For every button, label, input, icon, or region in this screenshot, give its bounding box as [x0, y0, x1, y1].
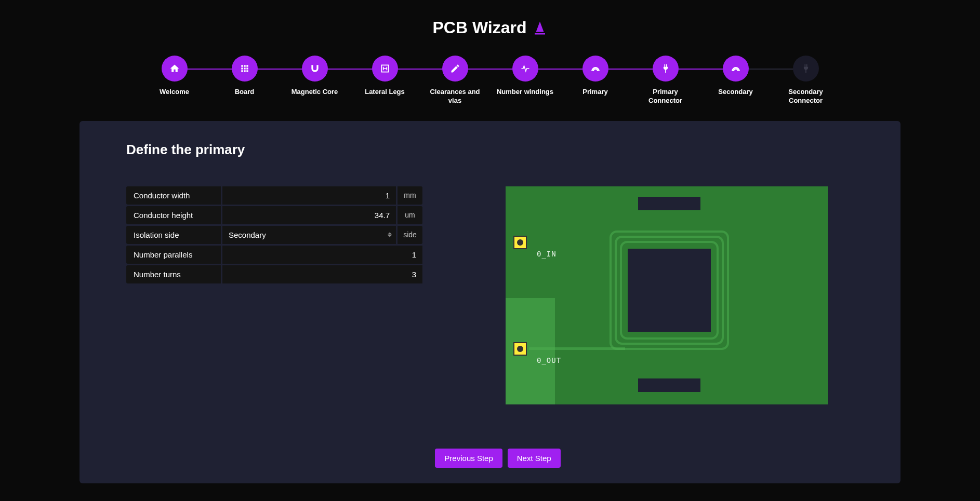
- step-circle[interactable]: [582, 56, 608, 82]
- title-text: PCB Wizard: [432, 18, 526, 37]
- step-label: Primary Connector: [637, 88, 694, 105]
- step-label: Primary: [582, 88, 607, 97]
- input-number-parallels[interactable]: [222, 246, 422, 264]
- input-number-turns[interactable]: [222, 265, 422, 283]
- row-conductor-width: Conductor width mm: [126, 186, 422, 205]
- step-circle[interactable]: [302, 56, 328, 82]
- pcb-pad-bottom: [638, 378, 700, 392]
- plug-icon: [801, 63, 811, 74]
- input-conductor-height[interactable]: [222, 206, 396, 224]
- page-title: PCB Wizard: [432, 18, 547, 37]
- wizard-hat-icon: [532, 20, 548, 36]
- step-label: Welcome: [160, 88, 189, 97]
- pcb-core-hole: [628, 249, 711, 332]
- home-icon: [169, 63, 180, 74]
- form-table: Conductor width mm Conductor height um I…: [126, 186, 422, 285]
- h-square-icon: [380, 63, 390, 74]
- step-circle[interactable]: [442, 56, 468, 82]
- arc-icon: [731, 63, 741, 74]
- step-circle[interactable]: [232, 56, 258, 82]
- unit-conductor-height: um: [398, 206, 422, 224]
- step-welcome[interactable]: Welcome: [139, 56, 209, 97]
- step-secondary[interactable]: Secondary: [700, 56, 771, 97]
- arc-icon: [590, 63, 601, 74]
- row-conductor-height: Conductor height um: [126, 206, 422, 224]
- row-number-parallels: Number parallels: [126, 246, 422, 264]
- step-circle[interactable]: [723, 56, 749, 82]
- label-number-turns: Number turns: [126, 265, 221, 283]
- select-isolation-side[interactable]: Secondary: [222, 226, 396, 244]
- step-circle[interactable]: [162, 56, 188, 82]
- step-primary[interactable]: Primary: [560, 56, 630, 97]
- step-label: Magnetic Core: [292, 88, 338, 97]
- wizard-stepper: WelcomeBoardMagnetic CoreLateral LegsCle…: [126, 56, 854, 105]
- step-primary-connector[interactable]: Primary Connector: [630, 56, 700, 105]
- step-label: Lateral Legs: [365, 88, 405, 97]
- pcb-preview: 0_IN 0_OUT: [506, 186, 828, 404]
- pcb-label-in: 0_IN: [537, 250, 557, 258]
- label-isolation-side: Isolation side: [126, 226, 221, 244]
- pcb-pad-top: [638, 197, 700, 210]
- unit-isolation-side: side: [398, 226, 422, 244]
- step-secondary-connector[interactable]: Secondary Connector: [771, 56, 841, 105]
- step-lateral-legs[interactable]: Lateral Legs: [350, 56, 420, 97]
- pcb-windings: [610, 231, 729, 350]
- next-step-button[interactable]: Next Step: [508, 449, 561, 468]
- row-number-turns: Number turns: [126, 265, 422, 283]
- step-circle[interactable]: [372, 56, 398, 82]
- magnet-icon: [310, 63, 320, 74]
- label-conductor-height: Conductor height: [126, 206, 221, 224]
- pcb-via-out: [513, 342, 527, 356]
- step-label: Secondary Connector: [777, 88, 835, 105]
- main-panel: Define the primary Conductor width mm Co…: [80, 121, 900, 483]
- pulse-icon: [520, 63, 531, 74]
- step-label: Clearances and vias: [427, 88, 484, 105]
- label-conductor-width: Conductor width: [126, 186, 221, 205]
- step-label: Number windings: [497, 88, 553, 97]
- panel-title: Define the primary: [126, 142, 869, 158]
- plug-icon: [660, 63, 671, 74]
- grid-icon: [240, 63, 250, 74]
- row-isolation-side: Isolation side Secondary side: [126, 226, 422, 244]
- pcb-label-out: 0_OUT: [537, 356, 561, 364]
- step-magnetic-core[interactable]: Magnetic Core: [280, 56, 350, 97]
- wizard-buttons: Previous Step Next Step: [126, 449, 869, 468]
- previous-step-button[interactable]: Previous Step: [435, 449, 502, 468]
- step-circle[interactable]: [653, 56, 679, 82]
- step-circle[interactable]: [512, 56, 538, 82]
- step-circle[interactable]: [793, 56, 819, 82]
- step-clearances-and-vias[interactable]: Clearances and vias: [420, 56, 490, 105]
- input-conductor-width[interactable]: [222, 186, 396, 205]
- pencil-icon: [450, 63, 460, 74]
- step-label: Board: [235, 88, 255, 97]
- step-board[interactable]: Board: [209, 56, 280, 97]
- unit-conductor-width: mm: [398, 186, 422, 205]
- pcb-via-in: [513, 236, 527, 249]
- step-label: Secondary: [718, 88, 752, 97]
- label-number-parallels: Number parallels: [126, 246, 221, 264]
- step-number-windings[interactable]: Number windings: [490, 56, 560, 97]
- pcb-trace-out: [529, 347, 625, 350]
